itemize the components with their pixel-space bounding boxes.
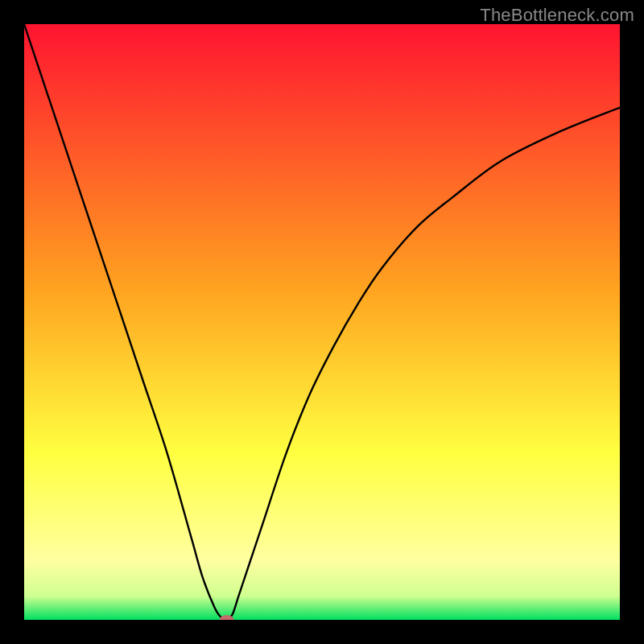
gradient-rect xyxy=(24,24,620,620)
chart-svg xyxy=(24,24,620,620)
watermark-text: TheBottleneck.com xyxy=(480,5,634,26)
chart-frame: TheBottleneck.com xyxy=(0,0,644,644)
plot-area xyxy=(24,24,620,620)
